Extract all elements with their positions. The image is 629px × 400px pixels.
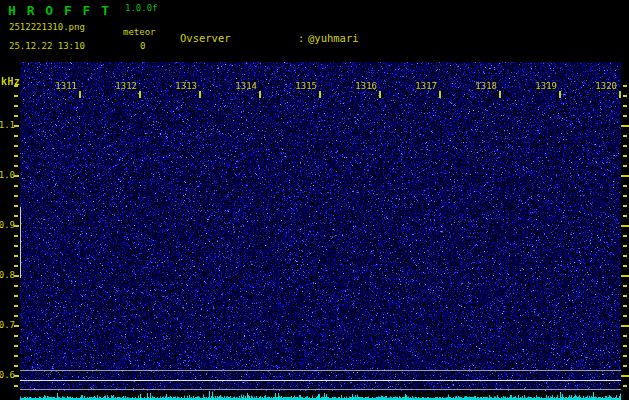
observation-datetime: 25.12.22 13:10 xyxy=(9,41,85,51)
freq-tick-label: 0.7 xyxy=(0,320,15,330)
freq-tick-minor-left xyxy=(14,205,18,207)
freq-tick-major-right xyxy=(621,175,629,177)
freq-tick-minor-left xyxy=(14,265,18,267)
time-tick-label: 1314 xyxy=(227,81,257,91)
time-tick-mark xyxy=(319,91,321,98)
freq-tick-minor-left xyxy=(14,385,18,387)
freq-tick-minor-left xyxy=(14,165,18,167)
freq-tick-minor-left xyxy=(14,85,18,87)
freq-tick-major-left xyxy=(14,375,19,377)
freq-tick-major-right xyxy=(621,275,629,277)
freq-tick-minor-right xyxy=(623,335,627,337)
freq-tick-minor-right xyxy=(623,115,627,117)
time-tick-mark xyxy=(499,91,501,98)
meteor-counter-value: 0 xyxy=(140,41,145,51)
freq-tick-label: 0.8 xyxy=(0,270,15,280)
time-tick-mark xyxy=(559,91,561,98)
time-tick-mark xyxy=(139,91,141,98)
freq-tick-minor-left xyxy=(14,185,18,187)
freq-tick-minor-left xyxy=(14,105,18,107)
freq-tick-minor-right xyxy=(623,305,627,307)
freq-tick-major-right xyxy=(621,325,629,327)
freq-tick-minor-left xyxy=(14,245,18,247)
freq-tick-minor-right xyxy=(623,255,627,257)
freq-tick-major-right xyxy=(621,125,629,127)
reference-line-lower xyxy=(20,389,621,390)
info-label: Ovserver xyxy=(180,31,298,45)
freq-tick-minor-right xyxy=(623,135,627,137)
time-tick-label: 1313 xyxy=(167,81,197,91)
freq-tick-minor-left xyxy=(14,145,18,147)
freq-tick-minor-right xyxy=(623,285,627,287)
freq-tick-label: 0.9 xyxy=(0,220,15,230)
time-tick-mark xyxy=(259,91,261,98)
time-tick-label: 1317 xyxy=(407,81,437,91)
freq-tick-minor-right xyxy=(623,145,627,147)
reference-line-mid xyxy=(20,380,621,381)
freq-tick-minor-right xyxy=(623,365,627,367)
freq-tick-major-left xyxy=(14,275,19,277)
freq-tick-label: 1.0 xyxy=(0,170,15,180)
info-value: @yuhmari xyxy=(308,32,359,44)
time-tick-label: 1311 xyxy=(47,81,77,91)
freq-tick-minor-right xyxy=(623,85,627,87)
freq-tick-minor-right xyxy=(623,345,627,347)
time-tick-mark xyxy=(439,91,441,98)
freq-tick-minor-left xyxy=(14,255,18,257)
freq-tick-minor-left xyxy=(14,345,18,347)
freq-tick-major-left xyxy=(14,125,19,127)
time-tick-label: 1315 xyxy=(287,81,317,91)
freq-tick-minor-right xyxy=(623,355,627,357)
time-tick-label: 1312 xyxy=(107,81,137,91)
time-tick-label: 1318 xyxy=(467,81,497,91)
freq-tick-minor-left xyxy=(14,305,18,307)
freq-tick-minor-left xyxy=(14,95,18,97)
freq-tick-minor-left xyxy=(14,195,18,197)
freq-tick-minor-left xyxy=(14,355,18,357)
freq-tick-minor-left xyxy=(14,215,18,217)
time-tick-label: 1316 xyxy=(347,81,377,91)
freq-tick-label: 1.1 xyxy=(0,120,15,130)
spectrogram-canvas xyxy=(20,62,621,391)
freq-tick-minor-right xyxy=(623,185,627,187)
output-filename: 2512221310.png xyxy=(9,22,85,32)
freq-tick-label: 0.6 xyxy=(0,370,15,380)
reference-line-upper xyxy=(20,370,621,371)
freq-tick-minor-right xyxy=(623,235,627,237)
freq-tick-major-right xyxy=(621,375,629,377)
freq-tick-minor-left xyxy=(14,295,18,297)
freq-tick-minor-right xyxy=(623,265,627,267)
freq-tick-minor-right xyxy=(623,385,627,387)
freq-tick-minor-right xyxy=(623,215,627,217)
freq-tick-minor-left xyxy=(14,135,18,137)
app-version: 1.0.0f xyxy=(125,3,158,13)
freq-tick-minor-left xyxy=(14,315,18,317)
time-tick-mark xyxy=(79,91,81,98)
time-tick-mark xyxy=(619,91,621,98)
freq-tick-minor-left xyxy=(14,335,18,337)
freq-tick-major-left xyxy=(14,325,19,327)
freq-tick-minor-right xyxy=(623,245,627,247)
freq-tick-minor-right xyxy=(623,165,627,167)
freq-tick-major-left xyxy=(14,225,19,227)
time-tick-label: 1319 xyxy=(527,81,557,91)
time-tick-mark xyxy=(199,91,201,98)
freq-tick-major-left xyxy=(14,175,19,177)
time-tick-label: 1320 xyxy=(587,81,617,91)
freq-tick-minor-left xyxy=(14,115,18,117)
echo-detection-band-marker xyxy=(20,207,21,278)
freq-tick-minor-left xyxy=(14,285,18,287)
freq-tick-minor-right xyxy=(623,195,627,197)
freq-tick-minor-right xyxy=(623,155,627,157)
freq-tick-minor-right xyxy=(623,315,627,317)
app-title: H R O F F T xyxy=(8,3,111,18)
hrofft-spectrogram-screen: H R O F F T 1.0.0f 2512221310.png meteor… xyxy=(0,0,629,400)
freq-tick-major-right xyxy=(621,225,629,227)
meteor-counter-label: meteor xyxy=(123,27,156,37)
info-colon: : xyxy=(298,31,308,45)
freq-tick-minor-right xyxy=(623,295,627,297)
info-row-observer: Ovserver:@yuhmari xyxy=(180,31,567,45)
freq-tick-minor-right xyxy=(623,105,627,107)
freq-tick-minor-left xyxy=(14,235,18,237)
freq-tick-minor-right xyxy=(623,205,627,207)
